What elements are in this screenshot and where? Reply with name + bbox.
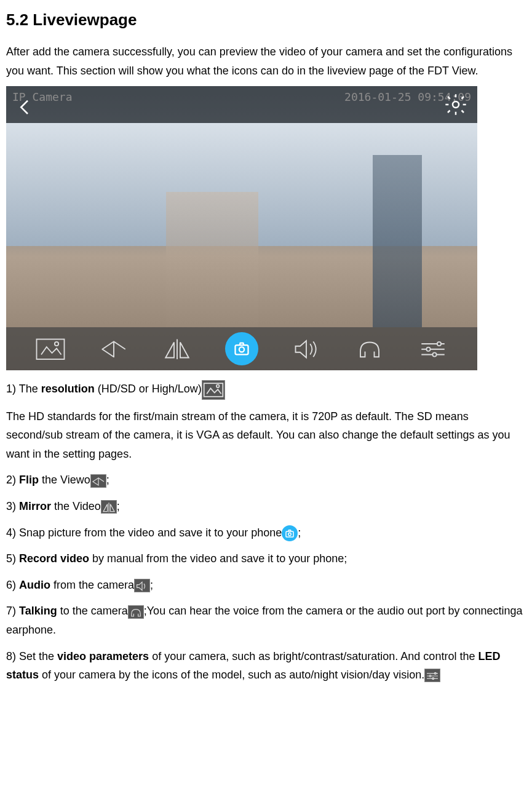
building-shape-2 (373, 155, 422, 327)
talk-icon[interactable] (354, 333, 385, 364)
svg-rect-10 (286, 531, 293, 537)
settings-sliders-icon (424, 669, 440, 682)
talk-icon (128, 605, 144, 619)
settings-sliders-icon[interactable] (418, 333, 448, 364)
text: (HD/SD or High/Low) (95, 383, 202, 395)
text: ; (117, 500, 120, 512)
item-8: 8) Set the video parameters of your came… (6, 647, 526, 685)
text: ; (106, 474, 109, 486)
flip-icon[interactable] (98, 333, 129, 364)
svg-point-0 (453, 101, 459, 108)
text-bold: Talking (19, 605, 57, 617)
text-bold: resolution (41, 383, 95, 395)
text: ; (298, 527, 301, 539)
audio-icon (134, 579, 150, 592)
text-bold: Audio (19, 579, 50, 591)
intro-paragraph: After add the camera successfully, you c… (6, 42, 526, 80)
text: 2) (6, 474, 19, 486)
item-1-desc: The HD standards for the first/main stre… (6, 407, 526, 464)
text-bold: Flip (19, 474, 39, 486)
svg-rect-1 (36, 339, 64, 359)
text-bold: Mirror (19, 500, 51, 512)
text-bold: Record video (19, 552, 89, 565)
bottom-toolbar (6, 327, 477, 370)
text: the Viewo (39, 474, 90, 486)
flip-icon (90, 474, 106, 488)
text: 5) (6, 552, 19, 565)
text: from the camera (50, 579, 134, 591)
item-4: 4) Snap picture from the video and save … (6, 523, 526, 543)
item-7: 7) Talking to the camera;You can hear th… (6, 602, 526, 639)
svg-rect-8 (204, 383, 223, 397)
liveview-screenshot: IP Camera 2016-01-25 09:54:09 (6, 86, 477, 370)
item-3: 3) Mirror the Video; (6, 497, 526, 516)
top-bar (6, 86, 477, 123)
section-heading: 5.2 Liveviewpage (6, 6, 526, 33)
svg-point-6 (427, 347, 431, 351)
resolution-icon (202, 380, 225, 400)
mirror-icon (101, 500, 117, 514)
text: by manual from the video and save it to … (89, 552, 347, 565)
text: of your camera, such as bright/contrast/… (149, 650, 478, 662)
text: 4) Snap picture from the video and save … (6, 527, 282, 539)
text: to the camera (57, 605, 128, 617)
resolution-icon[interactable] (35, 333, 66, 364)
svg-point-9 (216, 384, 220, 388)
svg-point-4 (239, 347, 244, 352)
text: of your camera by the icons of the model… (39, 669, 424, 681)
item-2: 2) Flip the Viewo; (6, 471, 526, 490)
text: ; (150, 579, 153, 591)
svg-point-2 (54, 342, 58, 346)
text: 6) (6, 579, 19, 591)
svg-point-5 (437, 342, 441, 346)
text: 7) (6, 605, 19, 617)
gear-icon[interactable] (443, 90, 468, 128)
svg-point-7 (433, 352, 437, 356)
mirror-icon[interactable] (162, 333, 193, 364)
item-6: 6) Audio from the camera; (6, 576, 526, 595)
text: 3) (6, 500, 19, 512)
text: 8) Set the (6, 650, 57, 662)
item-5: 5) Record video by manual from the video… (6, 549, 526, 568)
audio-icon[interactable] (291, 333, 322, 364)
snap-button[interactable] (225, 332, 258, 365)
item-1: 1) The resolution (HD/SD or High/Low) (6, 380, 526, 399)
svg-point-11 (288, 533, 292, 536)
building-shape (166, 192, 258, 327)
snap-icon (282, 525, 298, 541)
text: the Video (51, 500, 101, 512)
text-bold: video parameters (57, 650, 149, 662)
back-icon[interactable] (15, 93, 35, 126)
text: 1) The (6, 383, 41, 395)
